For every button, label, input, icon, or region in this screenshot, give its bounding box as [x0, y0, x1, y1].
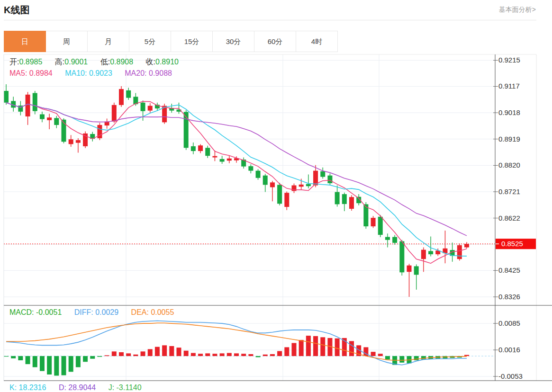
axis-label: 0.8820 [498, 161, 520, 169]
ma5-value: 0.8984 [29, 69, 53, 77]
ma5-line [6, 101, 467, 263]
candlestick [277, 185, 282, 204]
last-price-label: 0.8525 [501, 240, 523, 248]
candlestick [141, 103, 145, 111]
macd-bar [133, 355, 138, 356]
macd-bar [11, 356, 16, 358]
dea-label: DEA: [131, 308, 149, 316]
diff-line [6, 321, 467, 365]
macd-bar [349, 341, 354, 356]
period-tabs: 日周月5分15分30分60分4时 [4, 31, 338, 52]
macd-value: -0.0051 [36, 308, 62, 316]
macd-bar [112, 351, 117, 356]
macd-bar [263, 355, 268, 356]
candlestick [54, 118, 59, 125]
high-value: 0.9001 [64, 58, 88, 66]
candlestick [148, 106, 153, 110]
macd-bar [62, 356, 66, 375]
macd-bar [248, 354, 253, 356]
period-tab-3[interactable]: 月 [87, 31, 129, 52]
period-tab-5[interactable]: 15分 [171, 31, 213, 52]
axis-label: -0.0053 [498, 372, 523, 380]
header-divider [4, 20, 536, 20]
d-value: 28.9044 [68, 383, 96, 392]
macd-bar [47, 356, 52, 374]
macd-bar [277, 351, 282, 356]
ma10-label: MA10: [65, 69, 87, 77]
period-tab-2[interactable]: 周 [45, 31, 88, 52]
macd-bar [69, 356, 73, 372]
macd-bar [399, 356, 404, 363]
axis-label: 0.9215 [498, 56, 520, 64]
candlestick [248, 166, 253, 171]
candlestick [327, 176, 332, 183]
close-label: 收: [146, 58, 155, 66]
candlestick [33, 93, 37, 111]
page-title: K线图 [4, 4, 29, 17]
candlestick [457, 245, 462, 259]
ma20-value: 0.9088 [149, 69, 172, 77]
macd-bar [292, 343, 297, 356]
candlestick [284, 193, 289, 207]
axis-label: 0.9018 [498, 108, 520, 116]
macd-bar [256, 356, 261, 357]
macd-bar [54, 356, 59, 375]
macd-bar [464, 355, 469, 356]
fundamental-analysis-link[interactable]: 基本面分析> [499, 6, 536, 14]
macd-bar [33, 356, 37, 367]
macd-bar [162, 345, 167, 356]
macd-bar [284, 347, 289, 356]
axis-label: 0.9117 [498, 82, 520, 90]
macd-bar [4, 356, 9, 356]
low-label: 低: [100, 58, 110, 66]
macd-bar [191, 353, 196, 356]
candlestick [198, 145, 203, 151]
macd-bar [421, 356, 426, 359]
low-value: 0.8908 [110, 58, 133, 66]
macd-bar [18, 356, 23, 360]
ma-legend: MA5: 0.8984 MA10: 0.9023 MA20: 0.9088 [9, 69, 182, 78]
period-tab-7[interactable]: 60分 [254, 31, 296, 52]
candlestick [263, 176, 268, 185]
macd-bar [148, 349, 153, 356]
macd-bar [119, 352, 124, 356]
candlestick [428, 251, 433, 254]
macd-bar [141, 351, 145, 356]
candlestick [126, 90, 131, 98]
candlestick [306, 184, 311, 186]
j-label: J: [109, 383, 114, 392]
candlestick [371, 218, 376, 226]
period-tab-4[interactable]: 5分 [129, 31, 171, 52]
ma20-label: MA20: [125, 69, 146, 77]
macd-bar [378, 354, 383, 356]
open-label: 开: [9, 58, 19, 66]
macd-bar [26, 356, 30, 364]
candlestick [385, 237, 390, 240]
high-label: 高: [55, 58, 64, 66]
macd-bar [126, 353, 131, 356]
diff-value: 0.0029 [95, 308, 118, 316]
candlestick [378, 217, 383, 235]
macd-bar [105, 355, 109, 356]
period-tab-6[interactable]: 30分 [212, 31, 254, 52]
period-tab-8[interactable]: 4时 [296, 31, 338, 52]
candlestick [212, 156, 217, 158]
macd-bar [306, 336, 311, 356]
candlestick [464, 244, 469, 247]
close-value: 0.8910 [155, 58, 179, 66]
macd-bar [385, 356, 390, 359]
axis-label: 0.8919 [498, 135, 520, 143]
macd-bar [241, 354, 246, 356]
macd-label: MACD: [9, 308, 34, 316]
macd-bar [76, 356, 81, 367]
period-tab-1[interactable]: 日 [4, 31, 46, 52]
ma5-label: MA5: [9, 69, 27, 77]
candlestick [26, 95, 30, 116]
macd-bar [299, 340, 304, 356]
ma10-line [6, 103, 467, 256]
open-value: 0.8985 [19, 58, 42, 66]
ohlc-legend: 开:0.8985 高:0.9001 低:0.8908 收:0.8910 [9, 57, 189, 67]
macd-bar [313, 336, 318, 356]
macd-bar [205, 353, 210, 356]
macd-bar [184, 351, 189, 356]
